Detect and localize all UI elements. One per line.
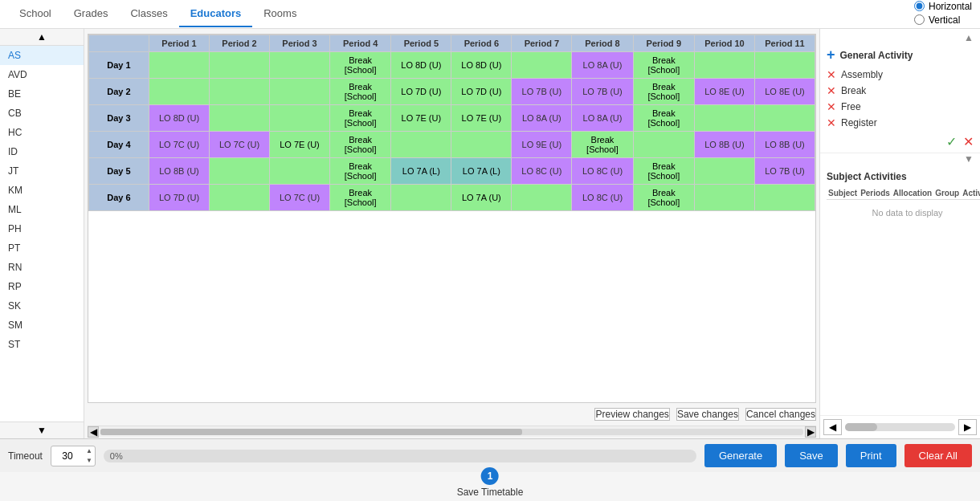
- cell-d4-p11[interactable]: LO 8B (U): [754, 132, 815, 158]
- scroll-right-btn[interactable]: ▶: [805, 426, 816, 438]
- cell-d3-p11[interactable]: [754, 105, 815, 132]
- generate-button[interactable]: Generate: [704, 444, 777, 467]
- cell-d5-p2[interactable]: [210, 158, 270, 185]
- tab-school[interactable]: School: [8, 1, 63, 27]
- sidebar-item-ID[interactable]: ID: [0, 142, 84, 161]
- sidebar-item-ML[interactable]: ML: [0, 200, 84, 219]
- cell-d5-p3[interactable]: [270, 158, 330, 185]
- cell-d4-p10[interactable]: LO 8B (U): [694, 132, 754, 158]
- sidebar-item-PH[interactable]: PH: [0, 219, 84, 238]
- sidebar-item-SM[interactable]: SM: [0, 316, 84, 335]
- cell-d2-p4[interactable]: Break [School]: [330, 79, 391, 105]
- cell-d6-p4[interactable]: Break [School]: [330, 185, 391, 211]
- cell-d6-p5[interactable]: [391, 185, 451, 211]
- rp-prev-btn[interactable]: ◀: [823, 419, 842, 435]
- cell-d2-p9[interactable]: Break [School]: [633, 79, 694, 105]
- cell-d6-p6[interactable]: LO 7A (U): [451, 185, 512, 211]
- confirm-close-icon[interactable]: ✕: [963, 134, 974, 149]
- save-button[interactable]: Save: [785, 444, 838, 467]
- sidebar-item-CB[interactable]: CB: [0, 104, 84, 123]
- tab-educators[interactable]: Educators: [179, 1, 253, 27]
- cell-d5-p10[interactable]: [694, 158, 754, 185]
- save-changes-button[interactable]: Save changes: [676, 408, 739, 421]
- timeout-down-arrow[interactable]: ▼: [84, 456, 95, 466]
- cell-d2-p6[interactable]: LO 7D (U): [451, 79, 512, 105]
- sidebar-item-KM[interactable]: KM: [0, 181, 84, 200]
- horizontal-scrollbar[interactable]: ◀ ▶: [88, 426, 816, 437]
- cell-d1-p2[interactable]: [210, 52, 270, 79]
- rp-up-arrow[interactable]: ▲: [961, 32, 977, 43]
- sidebar-item-AS[interactable]: AS: [0, 46, 84, 65]
- cell-d2-p5[interactable]: LO 7D (U): [391, 79, 451, 105]
- cell-d1-p6[interactable]: LO 8D (U): [451, 52, 512, 79]
- cell-d3-p10[interactable]: [694, 105, 754, 132]
- cell-d4-p8[interactable]: Break [School]: [572, 132, 633, 158]
- cell-d6-p10[interactable]: [694, 185, 754, 211]
- sidebar-item-HC[interactable]: HC: [0, 123, 84, 142]
- cell-d5-p9[interactable]: Break [School]: [633, 158, 694, 185]
- cell-d3-p8[interactable]: LO 8A (U): [572, 105, 633, 132]
- timetable-scroll[interactable]: Period 1 Period 2 Period 3 Period 4 Peri…: [88, 34, 816, 403]
- sidebar-item-RN[interactable]: RN: [0, 258, 84, 277]
- horizontal-option[interactable]: Horizontal: [914, 1, 972, 12]
- rp-down-arrow[interactable]: ▼: [961, 153, 977, 165]
- print-button[interactable]: Print: [846, 444, 896, 467]
- cell-d6-p9[interactable]: Break [School]: [633, 185, 694, 211]
- cell-d2-p11[interactable]: LO 8E (U): [754, 79, 815, 105]
- cell-d2-p3[interactable]: [270, 79, 330, 105]
- horizontal-radio[interactable]: [914, 1, 925, 11]
- cell-d1-p8[interactable]: LO 8A (U): [572, 52, 633, 79]
- sidebar-item-PT[interactable]: PT: [0, 238, 84, 258]
- cell-d4-p4[interactable]: Break [School]: [330, 132, 391, 158]
- cell-d3-p3[interactable]: [270, 105, 330, 132]
- cell-d5-p6[interactable]: LO 7A (L): [451, 158, 512, 185]
- cell-d1-p7[interactable]: [512, 52, 572, 79]
- cell-d5-p8[interactable]: LO 8C (U): [572, 158, 633, 185]
- cell-d6-p11[interactable]: [754, 185, 815, 211]
- cell-d3-p9[interactable]: Break [School]: [633, 105, 694, 132]
- cell-d2-p10[interactable]: LO 8E (U): [694, 79, 754, 105]
- sidebar-item-RP[interactable]: RP: [0, 277, 84, 296]
- cell-d5-p11[interactable]: LO 7B (U): [754, 158, 815, 185]
- cell-d2-p2[interactable]: [210, 79, 270, 105]
- preview-changes-button[interactable]: Preview changes: [594, 408, 669, 421]
- sidebar-item-BE[interactable]: BE: [0, 84, 84, 104]
- cell-d4-p9[interactable]: [633, 132, 694, 158]
- sidebar-item-SK[interactable]: SK: [0, 296, 84, 316]
- tab-rooms[interactable]: Rooms: [252, 1, 308, 27]
- cell-d5-p7[interactable]: LO 8C (U): [512, 158, 572, 185]
- cell-d2-p1[interactable]: [149, 79, 210, 105]
- remove-break-icon[interactable]: ✕: [827, 84, 836, 97]
- cell-d3-p6[interactable]: LO 7E (U): [451, 105, 512, 132]
- scroll-left-btn[interactable]: ◀: [88, 426, 99, 438]
- sidebar-item-JT[interactable]: JT: [0, 161, 84, 181]
- scroll-track[interactable]: [100, 429, 803, 435]
- cell-d3-p7[interactable]: LO 8A (U): [512, 105, 572, 132]
- cell-d3-p2[interactable]: [210, 105, 270, 132]
- cell-d4-p3[interactable]: LO 7E (U): [270, 132, 330, 158]
- cell-d2-p7[interactable]: LO 7B (U): [512, 79, 572, 105]
- cell-d4-p6[interactable]: [451, 132, 512, 158]
- cell-d4-p2[interactable]: LO 7C (U): [210, 132, 270, 158]
- cell-d5-p5[interactable]: LO 7A (L): [391, 158, 451, 185]
- cell-d5-p4[interactable]: Break [School]: [330, 158, 391, 185]
- remove-register-icon[interactable]: ✕: [827, 116, 836, 129]
- cell-d4-p1[interactable]: LO 7C (U): [149, 132, 210, 158]
- cell-d6-p2[interactable]: [210, 185, 270, 211]
- cell-d6-p3[interactable]: LO 7C (U): [270, 185, 330, 211]
- timeout-up-arrow[interactable]: ▲: [84, 446, 95, 456]
- vertical-radio[interactable]: [914, 14, 925, 25]
- rp-next-btn[interactable]: ▶: [958, 419, 977, 435]
- cell-d1-p10[interactable]: [694, 52, 754, 79]
- cell-d5-p1[interactable]: LO 8B (U): [149, 158, 210, 185]
- clear-all-button[interactable]: Clear All: [904, 444, 972, 467]
- remove-assembly-icon[interactable]: ✕: [827, 68, 836, 81]
- cell-d2-p8[interactable]: LO 7B (U): [572, 79, 633, 105]
- cell-d6-p1[interactable]: LO 7D (U): [149, 185, 210, 211]
- cancel-changes-button[interactable]: Cancel changes: [745, 408, 816, 421]
- cell-d1-p3[interactable]: [270, 52, 330, 79]
- tab-classes[interactable]: Classes: [119, 1, 178, 27]
- cell-d3-p1[interactable]: LO 8D (U): [149, 105, 210, 132]
- cell-d3-p5[interactable]: LO 7E (U): [391, 105, 451, 132]
- sidebar-scroll-down[interactable]: ▼: [0, 422, 84, 438]
